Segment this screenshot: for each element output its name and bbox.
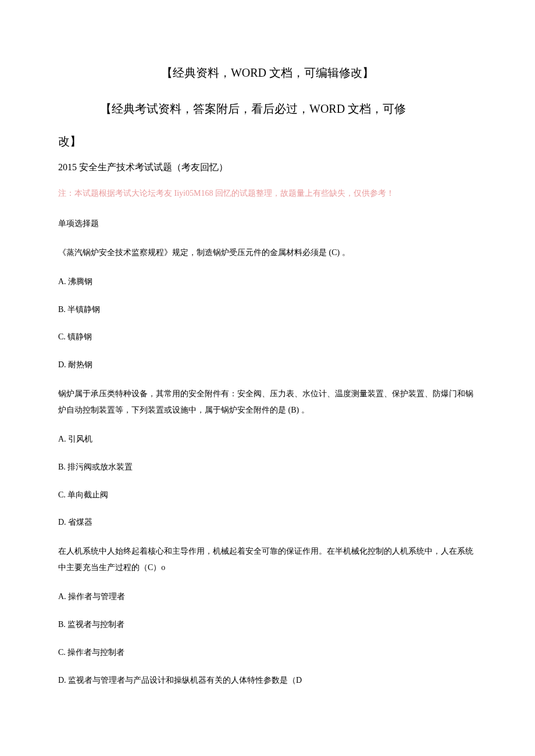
q1-option-c: C. 镇静钢 [58, 330, 477, 344]
q2-stem: 锅炉属于承压类特种设备，其常用的安全附件有：安全阀、压力表、水位计、温度测量装置… [58, 386, 477, 418]
note-prefix: 注：本试题根据考试大论坛考友 [58, 189, 174, 198]
note-suffix: 回忆的试题整理，故题量上有些缺失，仅供参考！ [213, 189, 394, 198]
q2-option-a: A. 引风机 [58, 432, 477, 446]
header-line-2-word: WORD [309, 102, 345, 115]
header-line-2: 【经典考试资料，答案附后，看后必过，WORD 文档，可修 [58, 99, 477, 119]
q1-option-b: B. 半镇静钢 [58, 303, 477, 317]
q3-option-b: B. 监视者与控制者 [58, 618, 477, 632]
document-subtitle: 2015 安全生产技术考试试题（考友回忆） [58, 159, 477, 175]
header-line-1-word: WORD [231, 66, 266, 79]
q1-option-a: A. 沸腾钢 [58, 275, 477, 289]
q3-stem: 在人机系统中人始终起着核心和主导作用，机械起着安全可靠的保证作用。在半机械化控制… [58, 543, 477, 576]
subtitle-rest: 安全生产技术考试试题（考友回忆） [77, 162, 228, 172]
header-line-1-prefix: 【经典资料， [161, 66, 231, 79]
q1-stem: 《蒸汽锅炉安全技术监察规程》规定，制造锅炉受压元件的金属材料必须是 (C) 。 [58, 245, 477, 261]
note-user: Iiyi05M168 [174, 189, 213, 198]
q3-option-d: D. 监视者与管理者与产品设计和操纵机器有关的人体特性参数是（D [58, 673, 477, 687]
q2-option-d: D. 省煤器 [58, 515, 477, 529]
q2-option-c: C. 单向截止阀 [58, 488, 477, 502]
header-line-2-suffix: 文档，可修 [345, 102, 406, 115]
section-title: 单项选择题 [58, 217, 477, 231]
header-line-2-prefix: 【经典考试资料，答案附后，看后必过， [100, 102, 309, 115]
document-page: 【经典资料，WORD 文档，可编辑修改】 【经典考试资料，答案附后，看后必过，W… [0, 0, 535, 736]
header-line-1-suffix: 文档，可编辑修改】 [266, 66, 374, 79]
q2-option-b: B. 排污阀或放水装置 [58, 460, 477, 474]
note-line: 注：本试题根据考试大论坛考友 Iiyi05M168 回忆的试题整理，故题量上有些… [58, 187, 477, 200]
q3-option-a: A. 操作者与管理者 [58, 590, 477, 604]
header-line-1: 【经典资料，WORD 文档，可编辑修改】 [58, 63, 477, 83]
q3-option-c: C. 操作者与控制者 [58, 646, 477, 660]
header-line-3: 改】 [58, 131, 477, 151]
subtitle-year: 2015 [58, 162, 77, 172]
q1-option-d: D. 耐热钢 [58, 358, 477, 372]
